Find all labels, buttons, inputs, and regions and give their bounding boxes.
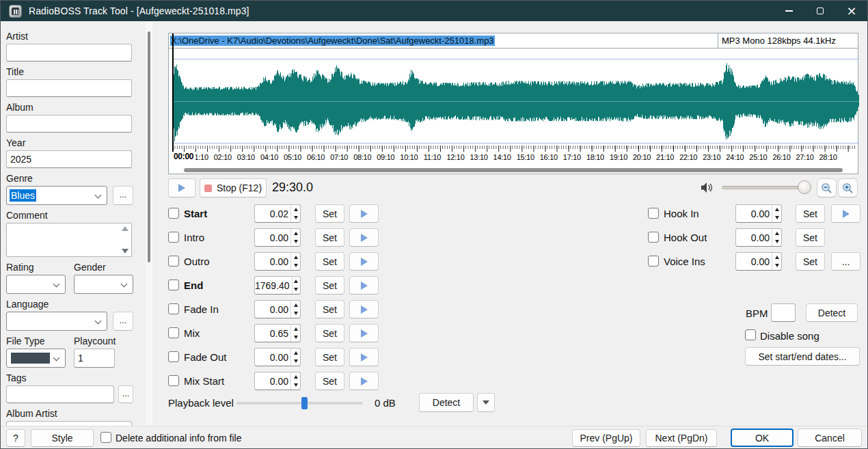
- mix-start-play-button[interactable]: [349, 372, 379, 390]
- spin-down-button[interactable]: [291, 214, 300, 223]
- intro-play-button[interactable]: [349, 228, 379, 247]
- fade-out-set-button[interactable]: Set: [315, 348, 344, 366]
- hook-in-checkbox[interactable]: [648, 208, 659, 219]
- spin-down-button[interactable]: [772, 214, 781, 223]
- waveform-area[interactable]: [169, 49, 858, 145]
- album-field[interactable]: [6, 115, 132, 133]
- fade-in-play-button[interactable]: [349, 300, 379, 318]
- set-dates-button[interactable]: Set start/end dates...: [745, 347, 860, 366]
- tags-field[interactable]: [6, 385, 114, 403]
- start-checkbox[interactable]: [168, 208, 179, 219]
- playback-cursor[interactable]: [172, 33, 174, 152]
- hook-in-play-button[interactable]: [831, 204, 860, 223]
- end-set-button[interactable]: Set: [315, 276, 344, 295]
- disable-song-checkbox[interactable]: [745, 329, 756, 340]
- ok-button[interactable]: OK: [731, 428, 794, 447]
- sidebar-scrollbar[interactable]: [146, 22, 152, 426]
- delete-info-checkbox[interactable]: [100, 432, 111, 443]
- prev-button[interactable]: Prev (PgUp): [572, 429, 640, 447]
- spin-down-button[interactable]: [772, 262, 781, 271]
- outro-play-button[interactable]: [349, 252, 379, 271]
- voice-ins-set-button[interactable]: Set: [796, 252, 825, 271]
- bpm-field[interactable]: [771, 303, 796, 322]
- start-value-input[interactable]: 0.02: [254, 204, 301, 223]
- outro-checkbox[interactable]: [168, 256, 179, 267]
- cancel-button[interactable]: Cancel: [798, 428, 862, 447]
- comment-scrollbar[interactable]: [121, 226, 129, 254]
- help-button[interactable]: ?: [6, 429, 25, 447]
- spin-up-button[interactable]: [293, 277, 300, 286]
- hook-out-set-button[interactable]: Set: [796, 228, 825, 247]
- start-play-button[interactable]: [349, 204, 379, 223]
- spin-down-button[interactable]: [291, 310, 300, 318]
- mix-start-checkbox[interactable]: [168, 375, 179, 386]
- spin-up-button[interactable]: [291, 325, 300, 334]
- fade-out-value-input[interactable]: 0.00: [254, 348, 301, 366]
- filetype-dropdown[interactable]: [6, 349, 66, 368]
- playback-level-slider-thumb[interactable]: [301, 397, 308, 409]
- year-field[interactable]: [6, 150, 132, 168]
- end-checkbox[interactable]: [168, 280, 179, 290]
- waveform-canvas[interactable]: [172, 49, 859, 145]
- spin-down-button[interactable]: [291, 238, 300, 247]
- volume-slider-thumb[interactable]: [798, 180, 811, 194]
- outro-value-input[interactable]: 0.00: [254, 252, 301, 271]
- language-more-button[interactable]: ...: [113, 312, 133, 331]
- artist-field[interactable]: [6, 44, 132, 62]
- fade-in-checkbox[interactable]: [168, 303, 179, 314]
- file-path[interactable]: X:\OneDrive - K7\Audio\Devotions\Aufgewe…: [169, 36, 718, 46]
- volume-slider[interactable]: [722, 186, 806, 189]
- fade-in-value-input[interactable]: 0.00: [254, 300, 301, 318]
- fade-out-play-button[interactable]: [349, 348, 379, 366]
- waveform-hscrollbar[interactable]: [169, 167, 858, 174]
- timeline[interactable]: 00:0001:1002:1003:1004:1005:1006:1007:10…: [169, 145, 858, 167]
- spin-up-button[interactable]: [291, 253, 300, 262]
- language-dropdown[interactable]: [6, 312, 107, 331]
- voice-ins-more-button[interactable]: ...: [831, 252, 860, 271]
- fade-in-set-button[interactable]: Set: [315, 300, 344, 318]
- hook-in-value-input[interactable]: 0.00: [735, 204, 782, 223]
- playcount-field[interactable]: [74, 349, 115, 368]
- intro-checkbox[interactable]: [168, 232, 179, 243]
- bpm-detect-button[interactable]: Detect: [806, 303, 858, 322]
- spin-down-button[interactable]: [291, 334, 300, 342]
- mix-set-button[interactable]: Set: [315, 324, 344, 342]
- spin-up-button[interactable]: [291, 372, 300, 381]
- mix-start-set-button[interactable]: Set: [315, 372, 344, 390]
- start-set-button[interactable]: Set: [315, 204, 344, 223]
- comment-field[interactable]: [6, 223, 132, 257]
- level-detect-dropdown-button[interactable]: [477, 393, 495, 412]
- spin-up-button[interactable]: [772, 253, 781, 262]
- play-button[interactable]: [168, 178, 195, 198]
- waveform-hscrollbar-thumb[interactable]: [184, 168, 843, 172]
- voice-ins-value-input[interactable]: 0.00: [735, 252, 782, 271]
- close-button[interactable]: ×: [836, 1, 867, 21]
- mix-play-button[interactable]: [349, 324, 379, 342]
- spin-up-button[interactable]: [291, 301, 300, 310]
- mix-checkbox[interactable]: [168, 327, 179, 338]
- spin-down-button[interactable]: [291, 262, 300, 271]
- sidebar-scrollbar-thumb[interactable]: [148, 31, 150, 262]
- zoom-in-button[interactable]: [838, 178, 858, 198]
- fade-out-checkbox[interactable]: [168, 351, 179, 362]
- spin-down-button[interactable]: [772, 238, 781, 247]
- playback-level-slider[interactable]: [236, 402, 363, 405]
- hook-out-checkbox[interactable]: [648, 232, 659, 243]
- spin-down-button[interactable]: [291, 381, 300, 390]
- tags-more-button[interactable]: ...: [118, 385, 133, 403]
- zoom-out-button[interactable]: [817, 178, 837, 198]
- hook-in-set-button[interactable]: Set: [796, 204, 825, 223]
- mix-value-input[interactable]: 0.65: [254, 324, 301, 342]
- hook-out-value-input[interactable]: 0.00: [735, 228, 782, 247]
- spin-up-button[interactable]: [772, 205, 781, 214]
- outro-set-button[interactable]: Set: [315, 252, 344, 271]
- spin-up-button[interactable]: [772, 229, 781, 238]
- style-button[interactable]: Style: [31, 429, 94, 447]
- rating-dropdown[interactable]: [6, 275, 66, 294]
- spin-down-button[interactable]: [293, 286, 300, 295]
- intro-set-button[interactable]: Set: [315, 228, 344, 247]
- mix-start-value-input[interactable]: 0.00: [254, 372, 301, 390]
- stop-button[interactable]: Stop (F12): [200, 178, 267, 198]
- level-detect-button[interactable]: Detect: [419, 393, 474, 412]
- title-field[interactable]: [6, 79, 132, 97]
